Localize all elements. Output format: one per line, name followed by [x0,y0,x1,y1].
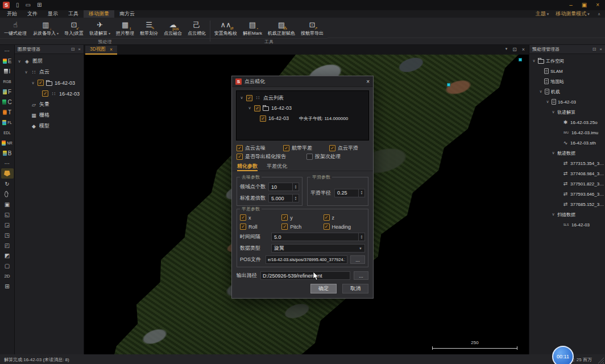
select-area-button[interactable]: ▢ [1,260,14,271]
view-front-button[interactable]: ◱ [1,209,14,220]
dock-icon[interactable]: ⊡ [512,47,517,52]
edl-mode-button[interactable]: EDL [1,127,14,138]
orbit-button[interactable]: ↻ [1,179,14,189]
view-right-button[interactable]: ◰ [1,240,14,250]
dialog-titlebar[interactable]: S 点云精化 × [232,76,373,87]
checkbox[interactable]: ✓ [237,154,243,160]
flight-marker-icon[interactable] [447,83,450,86]
pan-button[interactable] [1,189,14,199]
tree-item-track-file[interactable]: ⇄ 377501.822_377584... [529,179,605,189]
tree-item-airborne[interactable]: ∨ 机载 [529,86,605,97]
dock-icon[interactable]: ⊡ [71,47,75,52]
tree-item-dataset[interactable]: ∨ 16-42-03 [529,97,605,107]
classification-f-mode-button[interactable]: F [1,86,14,97]
checkbox[interactable]: ✓ [237,145,243,151]
stddev-multiple-stepper[interactable]: 5.000 ▲▼ [268,194,299,202]
tree-item-track-data[interactable]: ∨ 航迹数据 [529,148,605,158]
menu-display[interactable]: 显示 [43,10,63,18]
check-heading[interactable]: ✓Heading [324,224,365,230]
new-file-icon[interactable]: ▯ [16,2,19,8]
mode-dropdown[interactable]: 移动测量模式▾ [556,10,590,18]
menu-start[interactable]: 开始 [2,10,22,18]
expander-icon[interactable]: ∨ [24,70,28,75]
fl-mode-button[interactable]: FL [1,117,14,127]
checkbox[interactable]: ✓ [281,224,288,230]
boresight-calib-button[interactable]: ∧∧⇄ 安置角检校 [212,18,240,38]
tree-item-dataset-folder[interactable]: ∨ ✓ 16-42-03 [237,103,368,113]
one-click-process-button[interactable]: ☝ 一键式处理 [1,18,30,38]
checkbox[interactable]: ✓ [246,95,252,101]
intensity-mode-button[interactable]: I [1,66,14,76]
check-pitch[interactable]: ✓Pitch [281,224,323,230]
tree-item-slam[interactable]: SLAM [529,66,605,76]
ortho-colorize-button[interactable]: ▨⁂ 机载正射赋色 [265,18,298,38]
theme-dropdown[interactable]: 主题▾ [536,10,549,18]
checkbox[interactable]: ✓ [254,105,260,111]
expander-icon[interactable]: ∨ [532,59,536,63]
open-folder-icon[interactable]: ▭ [26,2,31,8]
tree-item-dataset-folder[interactable]: ∨ ✓ 16-42-03 [15,77,84,88]
flight-marker-icon[interactable] [519,58,522,61]
view-back-button[interactable]: ◲ [1,220,14,230]
checkbox[interactable]: ✓ [42,90,48,97]
collapse-ribbon-icon[interactable]: ∧ [598,12,600,16]
b-mode-button[interactable]: B [1,148,14,158]
check-y[interactable]: ✓y [281,214,323,221]
tree-item-dataset[interactable]: ✓ ∷ 16-42-03 [15,88,84,99]
expander-icon[interactable]: ∨ [551,110,556,114]
expander-icon[interactable]: ∨ [551,212,556,217]
checkbox[interactable]: ✓ [324,214,330,221]
minimize-button[interactable]: – [569,2,573,8]
option-by-flight[interactable]: ✓ 按架次处理 [306,153,341,160]
dialog-close-button[interactable]: × [366,78,370,85]
option-strip-adjust[interactable]: ✓ 航带平差 [283,144,329,152]
neighbor-count-stepper[interactable]: 10 ▲▼ [268,183,299,191]
rgb-mode-button[interactable]: RGB [1,76,14,86]
output-browse-button[interactable]: ... [354,271,368,280]
tree-item-track-file[interactable]: ⇄ 377685.152_377765... [529,199,605,209]
expander-icon[interactable]: ∨ [551,151,556,155]
expander-icon[interactable]: ∨ [17,59,22,64]
parse-mark-button[interactable]: ▤◔ 解析Mark [240,18,265,38]
tree-item-ground-station[interactable]: 地面站 [529,76,605,86]
close-panel-icon[interactable]: × [78,47,81,52]
checkbox[interactable]: ✓ [260,115,266,122]
trajectory-solve-button[interactable]: ✈ 轨迹解算▾ [86,18,113,38]
close-panel-icon[interactable]: × [599,47,602,52]
spinner-arrows-icon[interactable]: ▲▼ [292,195,299,202]
option-smooth[interactable]: ✓ 点云平滑 [329,144,358,152]
tree-item-pointcloud-list[interactable]: ∨ ✓ ∷ 点云列表 [237,93,368,103]
pos-file-input[interactable] [266,255,347,264]
nr-mode-button[interactable]: NR [1,138,14,148]
close-view-icon[interactable]: × [522,47,525,52]
menu-file[interactable]: 文件 [22,10,43,18]
export-by-strip-button[interactable]: ⊡↗ 按航带导出 [298,18,326,38]
checkbox[interactable]: ✓ [240,224,246,230]
chevron-down-icon[interactable]: ▾ [505,47,508,52]
import-settings-button[interactable]: ⊡↙ 导入|设置 [61,18,86,38]
photo-organize-button[interactable]: ▦t 照片整理 [113,18,137,38]
elevation-mode-button[interactable]: E [1,56,14,66]
checkbox[interactable]: ✓ [324,224,330,230]
close-tab-icon[interactable]: × [110,47,113,52]
strip-split-button[interactable]: ☰✎ 航带划分 [137,18,161,38]
tree-item-sth-file[interactable]: ∿ 16-42-03.sth [529,138,605,148]
spinner-arrows-icon[interactable]: ▲▼ [358,189,364,197]
dock-icon[interactable]: ⊡ [592,47,596,52]
checkbox[interactable]: ✓ [38,80,44,86]
pointcloud-fusion-button[interactable]: ☁pos 点云融合 [161,18,185,38]
maximize-button[interactable]: ▣ [582,2,587,8]
pos-browse-button[interactable]: ... [350,255,365,264]
spinner-arrows-icon[interactable]: ▲▼ [292,183,299,191]
add-viewport-button[interactable]: ⊞ [1,281,14,291]
pointcloud-refine-button[interactable]: 己 点云精化 [185,18,209,38]
tree-item-track-file[interactable]: ⇄ 377593.646_377675... [529,189,605,199]
tree-item-imu-file[interactable]: IMU 16-42-03.imu [529,127,605,138]
tree-item-vector[interactable]: ▱ 矢量 [15,99,84,110]
tree-item-workspace[interactable]: ∨ 工作空间 [529,56,605,66]
menu-mobile-survey[interactable]: 移动测量 [84,10,114,18]
tab-refine-params[interactable]: 精化参数 [237,162,258,171]
ok-button[interactable]: 确定 [310,284,337,293]
fill-bucket-button[interactable] [1,168,14,179]
spinner-arrows-icon[interactable]: ▲▼ [358,233,364,241]
